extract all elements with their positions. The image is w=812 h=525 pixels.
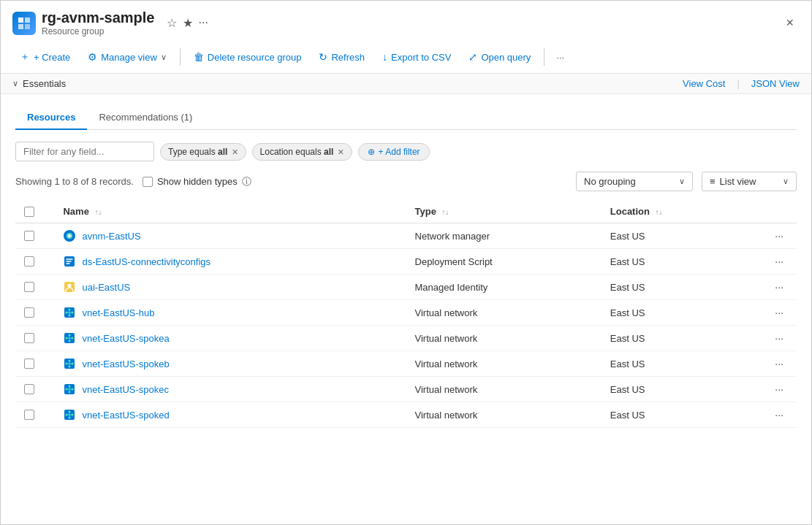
table-row: vnet-EastUS-spokea Virtual network East … <box>15 326 797 351</box>
type-filter-remove[interactable]: × <box>232 147 238 157</box>
close-button[interactable]: × <box>780 12 800 34</box>
table-row: vnet-EastUS-spoked Virtual network East … <box>15 402 797 428</box>
pin-icon[interactable]: ☆ <box>167 16 177 30</box>
svg-point-35 <box>69 391 71 394</box>
tab-recommendations[interactable]: Recommendations (1) <box>87 106 204 130</box>
resource-type-icon <box>63 280 76 294</box>
row-checkbox-cell <box>15 351 54 377</box>
row-more-button[interactable]: ··· <box>770 278 788 296</box>
resource-type-icon <box>63 255 76 268</box>
row-checkbox[interactable] <box>24 282 34 292</box>
essentials-bar: ∨ Essentials View Cost | JSON View <box>1 74 811 94</box>
manage-view-button[interactable]: ⚙ Manage view ∨ <box>80 47 174 66</box>
window-subtitle: Resource group <box>42 26 155 37</box>
resource-name-link[interactable]: vnet-EastUS-spokea <box>82 333 169 344</box>
row-more-button[interactable]: ··· <box>770 227 788 245</box>
table-row: vnet-EastUS-spokeb Virtual network East … <box>15 351 797 377</box>
favorite-icon[interactable]: ★ <box>183 16 193 30</box>
svg-point-33 <box>72 388 74 391</box>
info-icon[interactable]: ⓘ <box>242 175 251 188</box>
row-more-button[interactable]: ··· <box>770 380 788 398</box>
row-more-button[interactable]: ··· <box>770 253 788 270</box>
resource-name-link[interactable]: avnm-EastUS <box>82 231 140 242</box>
resource-type-icon <box>63 332 76 345</box>
view-cost-link[interactable]: View Cost <box>683 78 725 89</box>
row-more-button[interactable]: ··· <box>770 406 788 424</box>
table-row: avnm-EastUS Network manager East US ··· <box>15 223 797 249</box>
svg-point-12 <box>72 312 74 314</box>
tab-resources[interactable]: Resources <box>15 106 87 130</box>
row-type-cell: Virtual network <box>406 402 602 428</box>
create-button[interactable]: ＋ + Create <box>12 47 77 67</box>
tab-bar: Resources Recommendations (1) <box>15 106 797 130</box>
more-options-icon[interactable]: ··· <box>199 16 208 30</box>
row-name-cell: vnet-EastUS-spokea <box>54 326 406 351</box>
filter-input[interactable] <box>15 142 154 161</box>
table-header-row: Name ↑↓ Type ↑↓ Location ↑↓ <box>15 200 797 223</box>
svg-rect-0 <box>18 18 23 23</box>
more-column-header <box>758 200 797 223</box>
svg-point-13 <box>69 309 71 311</box>
export-button[interactable]: ↓ Export to CSV <box>375 47 458 66</box>
row-name-cell: vnet-EastUS-hub <box>54 300 406 326</box>
location-column-header[interactable]: Location ↑↓ <box>602 200 758 223</box>
row-checkbox[interactable] <box>24 231 34 241</box>
resource-name-link[interactable]: vnet-EastUS-hub <box>82 307 154 318</box>
row-more-cell: ··· <box>758 326 797 351</box>
list-view-icon: ≡ <box>710 176 716 187</box>
sort-arrows-type: ↑↓ <box>442 208 449 216</box>
row-checkbox[interactable] <box>24 307 34 318</box>
table-row: vnet-EastUS-spokec Virtual network East … <box>15 377 797 402</box>
row-checkbox[interactable] <box>24 256 34 267</box>
svg-point-18 <box>66 337 68 340</box>
delete-button[interactable]: 🗑 Delete resource group <box>186 47 309 66</box>
resource-name-link[interactable]: vnet-EastUS-spokeb <box>82 359 169 369</box>
grouping-label: No grouping <box>584 176 636 187</box>
row-more-button[interactable]: ··· <box>770 355 788 372</box>
resource-name-link[interactable]: uai-EastUS <box>82 282 130 293</box>
row-checkbox[interactable] <box>24 410 34 420</box>
row-checkbox[interactable] <box>24 333 34 343</box>
row-more-cell: ··· <box>758 402 797 428</box>
svg-point-41 <box>69 411 71 413</box>
row-more-cell: ··· <box>758 275 797 300</box>
row-more-button[interactable]: ··· <box>770 329 788 347</box>
open-query-button[interactable]: ⤢ Open query <box>461 47 538 66</box>
row-checkbox-cell <box>15 223 54 249</box>
row-checkbox[interactable] <box>24 359 34 369</box>
row-checkbox-cell <box>15 326 54 351</box>
resource-name-link[interactable]: vnet-EastUS-spoked <box>82 410 169 421</box>
azure-logo <box>12 12 36 35</box>
toolbar-more-button[interactable]: ··· <box>550 48 570 66</box>
show-hidden-types-checkbox[interactable] <box>143 177 153 187</box>
select-all-checkbox[interactable] <box>24 207 34 217</box>
name-column-header[interactable]: Name ↑↓ <box>54 200 406 223</box>
view-dropdown[interactable]: ≡ List view ∨ <box>702 172 797 191</box>
row-checkbox-cell <box>15 377 54 402</box>
row-name-cell: uai-EastUS <box>54 275 406 300</box>
essentials-toggle[interactable]: ∨ Essentials <box>12 78 66 89</box>
row-type-cell: Virtual network <box>406 351 602 377</box>
row-more-button[interactable]: ··· <box>770 304 788 321</box>
row-location-cell: East US <box>602 402 758 428</box>
type-column-header[interactable]: Type ↑↓ <box>406 200 602 223</box>
resource-name-link[interactable]: ds-EastUS-connectivityconfigs <box>82 256 210 267</box>
grouping-dropdown[interactable]: No grouping ∨ <box>576 172 693 191</box>
refresh-button[interactable]: ↻ Refresh <box>311 47 372 66</box>
row-more-cell: ··· <box>758 351 797 377</box>
svg-point-28 <box>69 366 71 368</box>
svg-rect-1 <box>25 18 30 23</box>
toolbar-divider-2 <box>544 48 545 66</box>
row-name-cell: ds-EastUS-connectivityconfigs <box>54 249 406 275</box>
resource-name-link[interactable]: vnet-EastUS-spokec <box>82 384 169 395</box>
svg-point-20 <box>69 334 71 337</box>
svg-point-40 <box>72 414 74 416</box>
row-type-cell: Deployment Script <box>406 249 602 275</box>
json-view-link[interactable]: JSON View <box>751 78 800 89</box>
row-checkbox[interactable] <box>24 384 34 394</box>
svg-point-27 <box>69 360 71 362</box>
row-location-cell: East US <box>602 326 758 351</box>
row-more-cell: ··· <box>758 377 797 402</box>
location-filter-remove[interactable]: × <box>338 147 344 157</box>
add-filter-button[interactable]: ⊕ + Add filter <box>358 143 430 161</box>
